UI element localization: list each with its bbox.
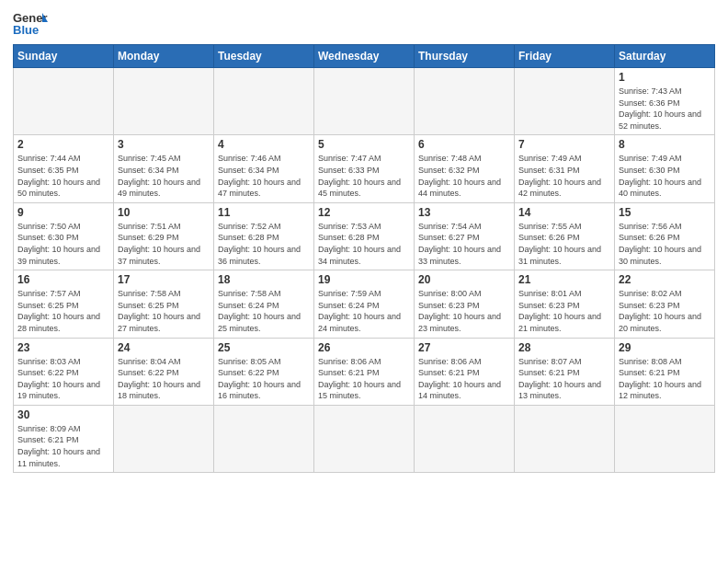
day-info: Sunrise: 8:09 AM Sunset: 6:21 PM Dayligh… (17, 423, 109, 469)
day-number: 23 (17, 341, 109, 354)
calendar-cell: 5Sunrise: 7:47 AM Sunset: 6:33 PM Daylig… (314, 135, 415, 202)
day-number: 12 (318, 206, 410, 219)
calendar-cell: 3Sunrise: 7:45 AM Sunset: 6:34 PM Daylig… (114, 135, 214, 202)
day-number: 9 (17, 206, 109, 219)
day-info: Sunrise: 7:43 AM Sunset: 6:36 PM Dayligh… (619, 86, 711, 132)
calendar-cell: 9Sunrise: 7:50 AM Sunset: 6:30 PM Daylig… (14, 202, 114, 270)
day-number: 14 (518, 206, 610, 219)
calendar-cell: 26Sunrise: 8:06 AM Sunset: 6:21 PM Dayli… (314, 338, 415, 405)
calendar-cell: 7Sunrise: 7:49 AM Sunset: 6:31 PM Daylig… (515, 135, 615, 202)
calendar-cell: 1Sunrise: 7:43 AM Sunset: 6:36 PM Daylig… (615, 68, 715, 135)
day-number: 1 (619, 71, 711, 84)
weekday-header-tuesday: Tuesday (214, 45, 314, 68)
day-info: Sunrise: 7:54 AM Sunset: 6:27 PM Dayligh… (418, 221, 510, 267)
calendar-cell: 8Sunrise: 7:49 AM Sunset: 6:30 PM Daylig… (615, 135, 715, 202)
svg-text:Blue: Blue (13, 23, 39, 37)
day-number: 17 (118, 273, 210, 286)
calendar-cell (515, 405, 615, 472)
calendar-cell: 25Sunrise: 8:05 AM Sunset: 6:22 PM Dayli… (214, 338, 314, 405)
day-info: Sunrise: 8:00 AM Sunset: 6:23 PM Dayligh… (418, 288, 510, 334)
day-info: Sunrise: 8:08 AM Sunset: 6:21 PM Dayligh… (619, 356, 711, 402)
day-info: Sunrise: 7:51 AM Sunset: 6:29 PM Dayligh… (118, 221, 210, 267)
calendar-page: General Blue SundayMondayTuesdayWednesda… (0, 0, 728, 563)
logo: General Blue (13, 9, 48, 39)
day-number: 5 (318, 138, 410, 151)
calendar-cell: 6Sunrise: 7:48 AM Sunset: 6:32 PM Daylig… (415, 135, 515, 202)
calendar-cell: 24Sunrise: 8:04 AM Sunset: 6:22 PM Dayli… (114, 338, 214, 405)
day-info: Sunrise: 7:53 AM Sunset: 6:28 PM Dayligh… (318, 221, 410, 267)
day-number: 30 (17, 408, 109, 421)
calendar-cell: 15Sunrise: 7:56 AM Sunset: 6:26 PM Dayli… (615, 202, 715, 270)
day-number: 26 (318, 341, 410, 354)
week-row-5: 30Sunrise: 8:09 AM Sunset: 6:21 PM Dayli… (14, 405, 715, 472)
calendar-cell (214, 405, 314, 472)
weekday-header-thursday: Thursday (415, 45, 515, 68)
day-number: 8 (619, 138, 711, 151)
calendar-cell: 21Sunrise: 8:01 AM Sunset: 6:23 PM Dayli… (515, 270, 615, 338)
calendar-cell: 17Sunrise: 7:58 AM Sunset: 6:25 PM Dayli… (114, 270, 214, 338)
week-row-2: 9Sunrise: 7:50 AM Sunset: 6:30 PM Daylig… (14, 202, 715, 270)
day-info: Sunrise: 7:49 AM Sunset: 6:30 PM Dayligh… (619, 153, 711, 199)
day-number: 29 (619, 341, 711, 354)
day-number: 18 (218, 273, 310, 286)
calendar-cell: 13Sunrise: 7:54 AM Sunset: 6:27 PM Dayli… (415, 202, 515, 270)
day-number: 2 (17, 138, 109, 151)
day-info: Sunrise: 8:06 AM Sunset: 6:21 PM Dayligh… (418, 356, 510, 402)
calendar-cell: 22Sunrise: 8:02 AM Sunset: 6:23 PM Dayli… (615, 270, 715, 338)
calendar-cell (415, 68, 515, 135)
day-number: 27 (418, 341, 510, 354)
calendar-cell: 28Sunrise: 8:07 AM Sunset: 6:21 PM Dayli… (515, 338, 615, 405)
calendar-table: SundayMondayTuesdayWednesdayThursdayFrid… (13, 44, 715, 473)
day-info: Sunrise: 7:52 AM Sunset: 6:28 PM Dayligh… (218, 221, 310, 267)
calendar-cell (314, 68, 415, 135)
calendar-cell: 18Sunrise: 7:58 AM Sunset: 6:24 PM Dayli… (214, 270, 314, 338)
day-info: Sunrise: 7:48 AM Sunset: 6:32 PM Dayligh… (418, 153, 510, 199)
day-info: Sunrise: 7:46 AM Sunset: 6:34 PM Dayligh… (218, 153, 310, 199)
day-number: 21 (518, 273, 610, 286)
day-info: Sunrise: 7:58 AM Sunset: 6:25 PM Dayligh… (118, 288, 210, 334)
calendar-cell (314, 405, 415, 472)
day-number: 15 (619, 206, 711, 219)
day-number: 6 (418, 138, 510, 151)
day-number: 24 (118, 341, 210, 354)
day-info: Sunrise: 7:56 AM Sunset: 6:26 PM Dayligh… (619, 221, 711, 267)
calendar-cell: 30Sunrise: 8:09 AM Sunset: 6:21 PM Dayli… (14, 405, 114, 472)
calendar-cell: 19Sunrise: 7:59 AM Sunset: 6:24 PM Dayli… (314, 270, 415, 338)
day-number: 16 (17, 273, 109, 286)
day-number: 22 (619, 273, 711, 286)
day-number: 4 (218, 138, 310, 151)
day-info: Sunrise: 7:44 AM Sunset: 6:35 PM Dayligh… (17, 153, 109, 199)
weekday-header-saturday: Saturday (615, 45, 715, 68)
calendar-cell (214, 68, 314, 135)
weekday-header-row: SundayMondayTuesdayWednesdayThursdayFrid… (14, 45, 715, 68)
day-info: Sunrise: 8:01 AM Sunset: 6:23 PM Dayligh… (518, 288, 610, 334)
calendar-cell: 14Sunrise: 7:55 AM Sunset: 6:26 PM Dayli… (515, 202, 615, 270)
calendar-cell: 20Sunrise: 8:00 AM Sunset: 6:23 PM Dayli… (415, 270, 515, 338)
day-number: 25 (218, 341, 310, 354)
day-info: Sunrise: 7:47 AM Sunset: 6:33 PM Dayligh… (318, 153, 410, 199)
day-info: Sunrise: 8:06 AM Sunset: 6:21 PM Dayligh… (318, 356, 410, 402)
weekday-header-monday: Monday (114, 45, 214, 68)
day-number: 3 (118, 138, 210, 151)
calendar-cell: 16Sunrise: 7:57 AM Sunset: 6:25 PM Dayli… (14, 270, 114, 338)
day-info: Sunrise: 7:50 AM Sunset: 6:30 PM Dayligh… (17, 221, 109, 267)
day-number: 10 (118, 206, 210, 219)
calendar-cell: 2Sunrise: 7:44 AM Sunset: 6:35 PM Daylig… (14, 135, 114, 202)
day-info: Sunrise: 7:57 AM Sunset: 6:25 PM Dayligh… (17, 288, 109, 334)
calendar-cell (114, 68, 214, 135)
day-number: 28 (518, 341, 610, 354)
day-info: Sunrise: 7:59 AM Sunset: 6:24 PM Dayligh… (318, 288, 410, 334)
weekday-header-friday: Friday (515, 45, 615, 68)
week-row-1: 2Sunrise: 7:44 AM Sunset: 6:35 PM Daylig… (14, 135, 715, 202)
day-info: Sunrise: 8:04 AM Sunset: 6:22 PM Dayligh… (118, 356, 210, 402)
day-info: Sunrise: 8:05 AM Sunset: 6:22 PM Dayligh… (218, 356, 310, 402)
week-row-0: 1Sunrise: 7:43 AM Sunset: 6:36 PM Daylig… (14, 68, 715, 135)
weekday-header-wednesday: Wednesday (314, 45, 415, 68)
calendar-cell (114, 405, 214, 472)
calendar-cell: 23Sunrise: 8:03 AM Sunset: 6:22 PM Dayli… (14, 338, 114, 405)
week-row-3: 16Sunrise: 7:57 AM Sunset: 6:25 PM Dayli… (14, 270, 715, 338)
day-info: Sunrise: 7:55 AM Sunset: 6:26 PM Dayligh… (518, 221, 610, 267)
weekday-header-sunday: Sunday (14, 45, 114, 68)
calendar-cell: 4Sunrise: 7:46 AM Sunset: 6:34 PM Daylig… (214, 135, 314, 202)
day-number: 11 (218, 206, 310, 219)
